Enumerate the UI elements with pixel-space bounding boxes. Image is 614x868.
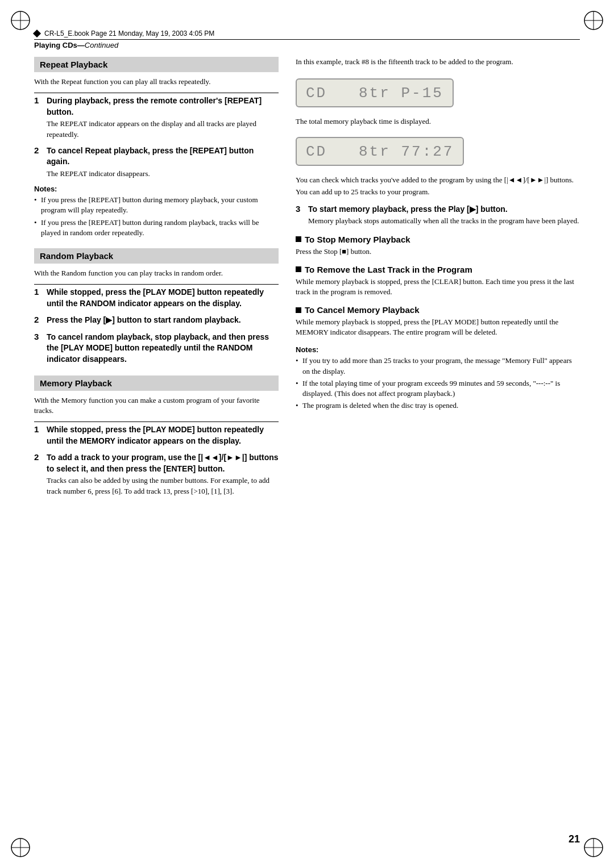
two-column-layout: Repeat Playback With the Repeat function… <box>34 57 580 502</box>
lcd2-caption2: You can add up to 25 tracks to your prog… <box>296 187 580 197</box>
memory-step1-content: While stopped, press the [PLAY MODE] but… <box>47 424 279 446</box>
lcd-display-2-container: CD 8tr 77:27 <box>296 131 580 172</box>
step1-line <box>34 93 279 93</box>
corner-mark-tl <box>10 10 31 31</box>
repeat-step2: 2 To cancel Repeat playback, press the [… <box>34 145 279 179</box>
left-column: Repeat Playback With the Repeat function… <box>34 57 279 502</box>
random-step3-title: To cancel random playback, stop playback… <box>47 332 279 365</box>
random-step1-title: While stopped, press the [PLAY MODE] but… <box>47 287 279 309</box>
right-note-1: If you try to add more than 25 tracks to… <box>296 356 580 376</box>
memory-step1-title: While stopped, press the [PLAY MODE] but… <box>47 424 279 446</box>
cancel-memory-body: While memory playback is stopped, press … <box>296 317 580 337</box>
right-step3-row: 3 To start memory playback, press the Pl… <box>296 204 580 227</box>
repeat-note-2: If you press the [REPEAT] button during … <box>34 218 279 238</box>
step2-title: To cancel Repeat playback, press the [RE… <box>47 145 279 168</box>
memory-playback-intro: With the Memory function you can make a … <box>34 395 279 416</box>
repeat-step1: 1 During playback, press the remote cont… <box>34 93 279 140</box>
memory-step2-number: 2 <box>34 452 43 496</box>
repeat-notes-header: Notes: <box>34 185 279 193</box>
random-playback-header: Random Playback <box>34 248 279 264</box>
random-step1-number: 1 <box>34 287 43 309</box>
stop-memory-section: To Stop Memory Playback Press the Stop [… <box>296 235 580 257</box>
step1-desc: The REPEAT indicator appears on the disp… <box>47 119 279 139</box>
header-left: CR-L5_E.book Page 21 Monday, May 19, 200… <box>34 30 214 37</box>
random-step1: 1 While stopped, press the [PLAY MODE] b… <box>34 284 279 309</box>
random-step2: 2 Press the Play [▶] button to start ran… <box>34 315 279 326</box>
right-step3-title: To start memory playback, press the Play… <box>308 204 580 215</box>
memory-step1-line <box>34 422 279 422</box>
random-step3-number: 3 <box>34 332 43 365</box>
right-notes-header: Notes: <box>296 345 580 354</box>
corner-mark-br <box>583 837 604 858</box>
random-step3-content: To cancel random playback, stop playback… <box>47 332 279 365</box>
random-step1-content: While stopped, press the [PLAY MODE] but… <box>47 287 279 309</box>
memory-step1-row: 1 While stopped, press the [PLAY MODE] b… <box>34 424 279 446</box>
remove-last-bullet-icon <box>296 266 301 272</box>
repeat-playback-header: Repeat Playback <box>34 57 279 72</box>
step1-content: During playback, press the remote contro… <box>47 95 279 140</box>
right-note-3: The program is deleted when the disc tra… <box>296 400 580 411</box>
lcd-display-1-container: CD 8tr P‑15 <box>296 73 580 113</box>
lcd-display-2: CD 8tr 77:27 <box>296 137 464 166</box>
header-meta: CR-L5_E.book Page 21 Monday, May 19, 200… <box>44 30 214 37</box>
page-number: 21 <box>569 833 580 845</box>
cancel-memory-title: To Cancel Memory Playback <box>296 305 580 315</box>
remove-last-section: To Remove the Last Track in the Program … <box>296 265 580 297</box>
right-step3: 3 To start memory playback, press the Pl… <box>296 204 580 227</box>
remove-last-title: To Remove the Last Track in the Program <box>296 265 580 274</box>
repeat-notes: Notes: If you press the [REPEAT] button … <box>34 185 279 238</box>
memory-step2: 2 To add a track to your program, use th… <box>34 452 279 496</box>
memory-step1-number: 1 <box>34 424 43 446</box>
right-step3-content: To start memory playback, press the Play… <box>308 204 580 227</box>
repeat-note-1: If you press the [REPEAT] button during … <box>34 195 279 215</box>
memory-playback-header: Memory Playback <box>34 375 279 391</box>
random-playback-intro: With the Random function you can play tr… <box>34 268 279 278</box>
content-area: Repeat Playback With the Repeat function… <box>34 57 580 823</box>
lcd1-caption: The total memory playback time is displa… <box>296 116 580 127</box>
step2-desc: The REPEAT indicator disappears. <box>47 169 279 179</box>
corner-mark-tr <box>583 10 604 31</box>
stop-memory-bullet-icon <box>296 236 301 242</box>
step2-content: To cancel Repeat playback, press the [RE… <box>47 145 279 179</box>
random-step1-line <box>34 284 279 285</box>
right-step3-desc: Memory playback stops automatically when… <box>308 216 580 226</box>
page-wrapper: CR-L5_E.book Page 21 Monday, May 19, 200… <box>0 0 614 868</box>
random-step2-number: 2 <box>34 315 43 326</box>
step1-number: 1 <box>34 95 43 140</box>
header-diamond-icon <box>33 30 41 37</box>
memory-playback-section: Memory Playback With the Memory function… <box>34 375 279 496</box>
random-step1-row: 1 While stopped, press the [PLAY MODE] b… <box>34 287 279 309</box>
stop-memory-body: Press the Stop [■] button. <box>296 247 580 257</box>
remove-last-body: While memory playback is stopped, press … <box>296 277 580 297</box>
memory-step1: 1 While stopped, press the [PLAY MODE] b… <box>34 422 279 446</box>
random-step2-row: 2 Press the Play [▶] button to start ran… <box>34 315 279 326</box>
random-step2-content: Press the Play [▶] button to start rando… <box>47 315 279 326</box>
header-bar: CR-L5_E.book Page 21 Monday, May 19, 200… <box>34 30 580 40</box>
cancel-memory-section: To Cancel Memory Playback While memory p… <box>296 305 580 337</box>
step2-row: 2 To cancel Repeat playback, press the [… <box>34 145 279 179</box>
random-playback-section: Random Playback With the Random function… <box>34 248 279 365</box>
corner-mark-bl <box>10 837 31 858</box>
step2-number: 2 <box>34 145 43 179</box>
random-step3: 3 To cancel random playback, stop playba… <box>34 332 279 365</box>
memory-step2-content: To add a track to your program, use the … <box>47 452 279 496</box>
memory-step2-row: 2 To add a track to your program, use th… <box>34 452 279 496</box>
random-step2-title: Press the Play [▶] button to start rando… <box>47 315 279 326</box>
cancel-memory-bullet-icon <box>296 307 301 313</box>
right-notes: Notes: If you try to add more than 25 tr… <box>296 345 580 411</box>
lcd2-caption1: You can check which tracks you've added … <box>296 175 580 185</box>
step1-title: During playback, press the remote contro… <box>47 95 279 118</box>
section-label: Playing CDs—Continued <box>34 41 118 49</box>
right-step3-number: 3 <box>296 204 305 227</box>
step1-row: 1 During playback, press the remote cont… <box>34 95 279 140</box>
memory-step2-title: To add a track to your program, use the … <box>47 452 279 474</box>
memory-intro-text: In this example, track #8 is the fifteen… <box>296 57 580 67</box>
right-column: In this example, track #8 is the fifteen… <box>296 57 580 502</box>
right-note-2: If the total playing time of your progra… <box>296 378 580 399</box>
memory-step2-desc: Tracks can also be added by using the nu… <box>47 475 279 496</box>
repeat-playback-section: Repeat Playback With the Repeat function… <box>34 57 279 238</box>
lcd-display-1: CD 8tr P‑15 <box>296 78 454 107</box>
repeat-playback-intro: With the Repeat function you can play al… <box>34 77 279 87</box>
stop-memory-title: To Stop Memory Playback <box>296 235 580 244</box>
random-step3-row: 3 To cancel random playback, stop playba… <box>34 332 279 365</box>
